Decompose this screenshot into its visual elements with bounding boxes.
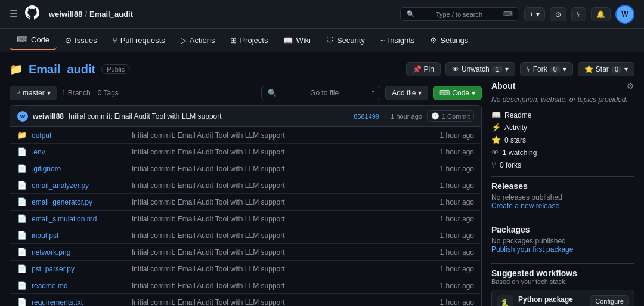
table-row[interactable]: 📄network.pngInitial commit: Email Audit … bbox=[10, 244, 481, 261]
subnav-issues[interactable]: ⊙ Issues bbox=[58, 31, 104, 50]
packages-heading: Packages bbox=[491, 225, 634, 234]
fork-label: Fork bbox=[533, 65, 547, 73]
subnav-actions[interactable]: ▷ Actions bbox=[174, 31, 222, 50]
file-commit-message: Initial commit: Email Audit Tool with LL… bbox=[132, 148, 435, 156]
commit-message: Initial commit: Email Audit Tool with LL… bbox=[69, 112, 222, 120]
about-description: No description, website, or topics provi… bbox=[491, 95, 634, 104]
file-name[interactable]: readme.md bbox=[32, 282, 127, 290]
commit-hash[interactable]: 8581499 bbox=[354, 113, 379, 120]
unwatch-chevron-icon: ▾ bbox=[505, 65, 509, 73]
unwatch-label: Unwatch bbox=[462, 65, 490, 73]
repo-title[interactable]: Email_audit bbox=[29, 63, 95, 76]
sidebar: About ⚙ No description, website, or topi… bbox=[491, 81, 634, 306]
file-name[interactable]: pst_parser.py bbox=[32, 265, 127, 273]
file-icon: 📄 bbox=[17, 264, 27, 273]
commit-history-button[interactable]: 🕐 1 Commit bbox=[427, 110, 474, 122]
table-row[interactable]: 📄email_generator.pyInitial commit: Email… bbox=[10, 194, 481, 211]
file-name[interactable]: email_analyzer.py bbox=[32, 181, 127, 190]
file-commit-message: Initial commit: Email Audit Tool with LL… bbox=[132, 215, 435, 223]
file-name[interactable]: email_simulation.md bbox=[32, 215, 127, 223]
star-button[interactable]: ⭐ Star 0 ▾ bbox=[578, 62, 634, 76]
file-name[interactable]: input.pst bbox=[32, 231, 127, 240]
code-button[interactable]: ⌨ Code ▾ bbox=[433, 86, 482, 100]
github-logo[interactable] bbox=[25, 5, 39, 23]
unwatch-button[interactable]: 👁 Unwatch 1 ▾ bbox=[445, 62, 515, 76]
issues-icon-btn[interactable]: ⊙ bbox=[550, 7, 566, 21]
table-row[interactable]: 📄.gitignoreInitial commit: Email Audit T… bbox=[10, 160, 481, 177]
pin-button[interactable]: 📌 Pin bbox=[406, 62, 441, 76]
eye-icon: 👁 bbox=[452, 65, 459, 73]
branch-selector[interactable]: ⑂ master ▾ bbox=[10, 86, 57, 100]
subnav-settings[interactable]: ⚙ Settings bbox=[423, 31, 475, 50]
create-release-link[interactable]: Create a new release bbox=[491, 202, 559, 210]
add-file-button[interactable]: Add file ▾ bbox=[385, 86, 428, 100]
table-row[interactable]: 📁outputInitial commit: Email Audit Tool … bbox=[10, 127, 481, 144]
main-content: ⑂ master ▾ 1 Branch 0 Tags 🔍 Go to file … bbox=[10, 81, 482, 306]
forks-sidebar-item: ⑂ 0 forks bbox=[491, 159, 634, 171]
table-row[interactable]: 📄email_simulation.mdInitial commit: Emai… bbox=[10, 211, 481, 227]
search-icon: 🔍 bbox=[407, 10, 415, 18]
about-title-row: About ⚙ bbox=[491, 81, 634, 91]
nav-reponame[interactable]: Email_audit bbox=[89, 10, 133, 18]
table-row[interactable]: 📄email_analyzer.pyInitial commit: Email … bbox=[10, 177, 481, 194]
publish-package-link[interactable]: Publish your first package bbox=[491, 245, 573, 254]
star-icon: ⭐ bbox=[584, 65, 593, 73]
file-name[interactable]: network.png bbox=[32, 248, 127, 256]
hamburger-icon[interactable]: ☰ bbox=[10, 8, 18, 20]
pullrequests-icon-btn[interactable]: ⑂ bbox=[571, 7, 586, 21]
subnav-insights[interactable]: ~ Insights bbox=[373, 31, 422, 50]
table-row[interactable]: 📄pst_parser.pyInitial commit: Email Audi… bbox=[10, 261, 481, 277]
file-name[interactable]: .gitignore bbox=[32, 165, 127, 173]
file-name[interactable]: requirements.txt bbox=[32, 298, 127, 307]
workflow-configure-button[interactable]: Configure bbox=[590, 295, 629, 306]
table-row[interactable]: 📄requirements.txtInitial commit: Email A… bbox=[10, 294, 481, 306]
file-name[interactable]: email_generator.py bbox=[32, 198, 127, 206]
branch-chevron-icon: ▾ bbox=[47, 89, 51, 97]
about-settings-button[interactable]: ⚙ bbox=[627, 81, 634, 91]
fork-sidebar-icon: ⑂ bbox=[491, 160, 496, 169]
about-heading: About bbox=[491, 81, 515, 91]
security-nav-icon: 🛡 bbox=[326, 36, 334, 45]
nav-username[interactable]: weiwill88 bbox=[49, 10, 82, 18]
file-time: 1 hour ago bbox=[440, 265, 474, 273]
subnav-wiki[interactable]: 📖 Wiki bbox=[276, 31, 318, 50]
table-row[interactable]: 📄.envInitial commit: Email Audit Tool wi… bbox=[10, 144, 481, 160]
notifications-icon-btn[interactable]: 🔔 bbox=[591, 7, 611, 21]
activity-sidebar-item[interactable]: ⚡ Activity bbox=[491, 121, 634, 134]
file-name[interactable]: .env bbox=[32, 148, 127, 156]
readme-sidebar-item[interactable]: 📖 Readme bbox=[491, 109, 634, 121]
releases-heading: Releases bbox=[491, 181, 634, 191]
commit-username[interactable]: weiwill88 bbox=[33, 112, 64, 120]
branch-bar: ⑂ master ▾ 1 Branch 0 Tags 🔍 Go to file … bbox=[10, 81, 482, 105]
branches-link[interactable]: 1 Branch bbox=[62, 89, 91, 97]
fork-chevron-icon: ▾ bbox=[563, 65, 566, 73]
subnav-security[interactable]: 🛡 Security bbox=[319, 31, 372, 50]
plus-icon-btn[interactable]: + ▾ bbox=[524, 7, 545, 21]
table-row[interactable]: 📄input.pstInitial commit: Email Audit To… bbox=[10, 227, 481, 244]
settings-nav-icon: ⚙ bbox=[430, 36, 437, 45]
releases-none-text: No releases published bbox=[491, 193, 634, 202]
fork-icon: ⑂ bbox=[527, 65, 531, 73]
repo-icon: 📁 bbox=[10, 63, 23, 76]
file-time: 1 hour ago bbox=[440, 131, 474, 140]
fork-button[interactable]: ⑂ Fork 0 ▾ bbox=[520, 62, 573, 76]
search-box[interactable]: 🔍 Type / to search ⌨ bbox=[400, 7, 519, 21]
file-commit-message: Initial commit: Email Audit Tool with LL… bbox=[132, 282, 435, 290]
subnav-projects[interactable]: ⊞ Projects bbox=[223, 31, 275, 50]
main-layout: ⑂ master ▾ 1 Branch 0 Tags 🔍 Go to file … bbox=[0, 81, 644, 306]
goto-file-input[interactable]: 🔍 Go to file t bbox=[261, 86, 380, 100]
workflow-info: Python package Create and test a Python … bbox=[518, 295, 585, 306]
file-time: 1 hour ago bbox=[440, 198, 474, 206]
file-time: 1 hour ago bbox=[440, 282, 474, 290]
file-time: 1 hour ago bbox=[440, 231, 474, 240]
subnav-code[interactable]: ⌨ Code bbox=[10, 30, 57, 50]
file-name[interactable]: output bbox=[32, 131, 127, 140]
subnav-pullrequests[interactable]: ⑂ Pull requests bbox=[106, 31, 172, 50]
file-time: 1 hour ago bbox=[440, 165, 474, 173]
table-row[interactable]: 📄readme.mdInitial commit: Email Audit To… bbox=[10, 277, 481, 294]
workflow-card: 🐍 Python package Create and test a Pytho… bbox=[491, 290, 634, 306]
user-avatar-btn[interactable]: W bbox=[615, 5, 634, 24]
folder-icon: 📁 bbox=[17, 131, 27, 140]
tags-link[interactable]: 0 Tags bbox=[98, 89, 119, 97]
file-time: 1 hour ago bbox=[440, 215, 474, 223]
